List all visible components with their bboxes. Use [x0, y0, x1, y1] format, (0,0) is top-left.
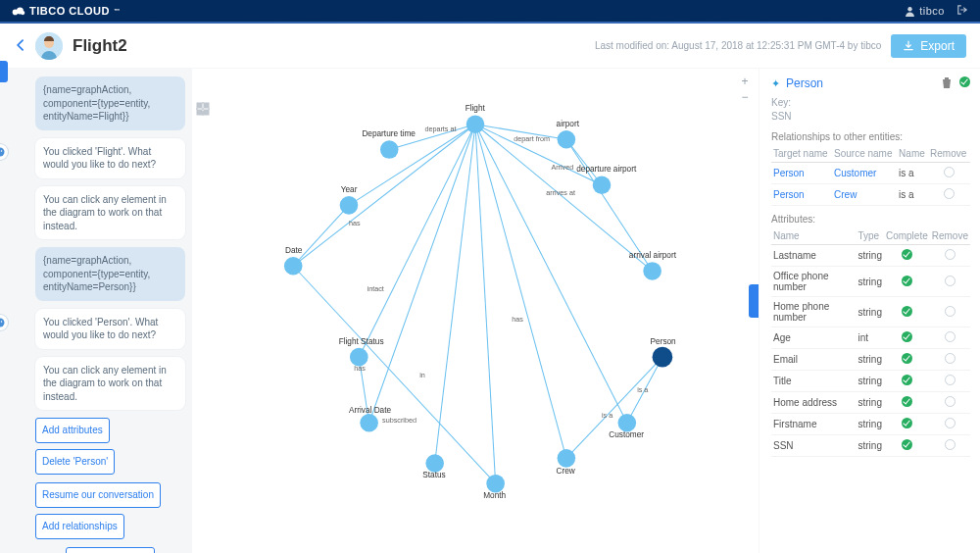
chat-bot-msg: You clicked 'Flight'. What would you lik…	[35, 138, 185, 178]
complete-icon	[902, 396, 912, 407]
graph-node: Month	[483, 475, 506, 500]
remove-icon[interactable]	[945, 353, 956, 364]
svg-text:departs at: departs at	[424, 125, 456, 133]
delete-entity-icon[interactable]	[942, 76, 952, 90]
chat-tip-msg: You can click any element in the diagram…	[35, 357, 185, 411]
back-button[interactable]	[14, 38, 27, 54]
remove-icon[interactable]	[944, 188, 955, 199]
rename-person-button[interactable]: Rename 'Person'	[66, 547, 154, 553]
svg-text:Customer: Customer	[609, 430, 644, 439]
svg-text:arrival airport: arrival airport	[629, 251, 677, 260]
graph-node: Date	[284, 246, 303, 276]
table-row: Office phone numberstring	[771, 267, 970, 297]
svg-text:Status: Status	[422, 471, 445, 479]
bot-avatar-icon	[0, 144, 8, 160]
graph-node: Crew	[557, 449, 576, 476]
svg-point-77	[558, 449, 576, 468]
remove-icon[interactable]	[945, 439, 956, 450]
cloud-icon	[12, 4, 25, 18]
table-row: Emailstring	[771, 349, 970, 371]
svg-line-32	[566, 357, 662, 458]
remove-icon[interactable]	[945, 306, 956, 317]
svg-point-65	[350, 348, 368, 367]
table-row: Lastnamestring	[771, 245, 970, 267]
svg-point-3	[908, 7, 912, 11]
svg-line-38	[293, 205, 349, 266]
remove-icon[interactable]	[944, 167, 955, 177]
svg-point-61	[284, 257, 303, 276]
add-attributes-button[interactable]: Add attributes	[35, 418, 110, 443]
remove-icon[interactable]	[945, 375, 956, 385]
svg-point-11	[1, 321, 3, 323]
svg-text:in: in	[419, 371, 425, 379]
graph-node: arrival airport	[629, 251, 677, 280]
graph-node: Customer	[609, 414, 644, 439]
confirm-entity-icon[interactable]	[959, 76, 970, 90]
remove-icon[interactable]	[945, 249, 956, 260]
chat-system-msg: {name=graphAction, component={type=entit…	[35, 76, 185, 130]
export-button[interactable]: Export	[891, 34, 966, 58]
attributes-title: Attributes:	[771, 214, 970, 225]
global-navbar: TIBCO CLOUD™ tibco	[0, 0, 980, 22]
graph-node: departure airport	[576, 165, 637, 194]
add-relationships-button[interactable]: Add relationships	[35, 514, 124, 539]
complete-icon	[902, 418, 912, 428]
svg-text:has: has	[349, 219, 361, 227]
complete-icon	[902, 375, 912, 385]
svg-point-57	[593, 176, 612, 194]
svg-text:Flight: Flight	[466, 104, 486, 113]
table-row: Ageint	[771, 327, 970, 349]
svg-text:Month: Month	[483, 491, 506, 500]
table-row: Home phone numberstring	[771, 297, 970, 327]
svg-text:Crew: Crew	[557, 467, 575, 476]
bot-avatar-icon	[0, 315, 8, 330]
svg-line-37	[293, 266, 495, 483]
remove-icon[interactable]	[945, 418, 956, 428]
svg-text:subscribed: subscribed	[382, 416, 416, 425]
svg-text:departure airport: departure airport	[576, 165, 637, 174]
remove-icon[interactable]	[945, 276, 956, 286]
entity-name: Person	[786, 76, 936, 90]
graph-canvas[interactable]: + −	[191, 69, 760, 553]
key-value: SSN	[771, 110, 970, 124]
complete-icon	[902, 331, 912, 342]
graph-node: Status	[422, 454, 445, 479]
svg-text:is a: is a	[602, 411, 613, 420]
table-row: Titlestring	[771, 371, 970, 392]
remove-icon[interactable]	[945, 331, 956, 342]
svg-point-53	[380, 140, 399, 159]
svg-text:Arrival Date: Arrival Date	[349, 406, 392, 415]
relationships-table: Target name Source name Name Remove Pers…	[771, 145, 970, 206]
chat-tab-indicator[interactable]	[0, 61, 8, 82]
svg-point-55	[558, 130, 576, 149]
remove-icon[interactable]	[945, 396, 956, 407]
svg-point-8	[1, 150, 3, 152]
user-icon	[905, 6, 915, 17]
exit-button[interactable]	[956, 4, 968, 18]
user-menu[interactable]: tibco	[905, 5, 945, 17]
complete-icon	[902, 353, 912, 364]
complete-icon	[902, 439, 912, 450]
svg-text:Flight Status: Flight Status	[339, 337, 384, 346]
resume-conversation-button[interactable]: Resume our conversation	[35, 482, 161, 508]
table-row: SSNstring	[771, 435, 970, 457]
graph-node: airport	[557, 120, 580, 149]
graph-node: Person	[651, 337, 677, 368]
attributes-table: Name Type Complete Remove Lastnamestring…	[771, 227, 970, 457]
complete-icon	[902, 249, 912, 260]
delete-person-button[interactable]: Delete 'Person'	[35, 449, 115, 475]
svg-text:depart from: depart from	[514, 134, 550, 143]
chat-tip-msg: You can click any element in the diagram…	[35, 186, 185, 240]
svg-text:Arrived: Arrived	[551, 163, 573, 172]
page-title: Flight2	[73, 36, 127, 56]
svg-text:has: has	[512, 315, 523, 324]
table-row: Firstnamestring	[771, 414, 970, 435]
svg-text:Person: Person	[651, 337, 677, 346]
brand-logo: TIBCO CLOUD™	[12, 4, 120, 18]
svg-text:intact: intact	[368, 284, 384, 293]
properties-panel: ✦ Person Key: SSN Relationships to other…	[760, 69, 980, 553]
entity-icon: ✦	[771, 77, 780, 90]
svg-text:Departure time: Departure time	[362, 129, 416, 138]
svg-line-22	[475, 125, 602, 185]
brand-text: TIBCO CLOUD	[29, 5, 110, 17]
